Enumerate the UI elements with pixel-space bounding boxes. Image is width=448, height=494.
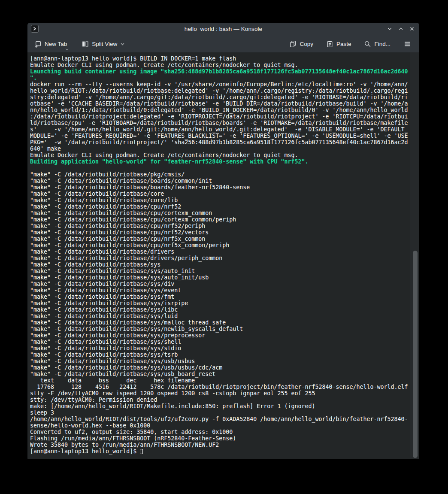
window-title: hello_world : bash — Konsole — [27, 26, 419, 32]
copy-icon — [289, 40, 297, 48]
terminal-line: "make" -C /data/riotbuild/riotbase/sys/f… — [30, 294, 409, 300]
chevron-up-icon — [398, 26, 404, 32]
terminal-line: "make" -C /data/riotbuild/riotbase/sys/m… — [30, 319, 409, 326]
terminal-line: PKG=' -w '/data/riotbuild/riotproject/' … — [30, 139, 409, 145]
view-split-icon — [82, 40, 89, 48]
terminal-line: "make" -C /data/riotbuild/riotbase/sys/i… — [30, 300, 409, 306]
terminal-line: "make" -C /data/riotbuild/riotbase/sys — [30, 261, 409, 268]
find-button[interactable]: Find... — [362, 39, 392, 48]
terminal-line: Building application "hello-world" for "… — [30, 158, 409, 165]
terminal-line: "make" -C /data/riotbuild/riotbase/sys/s… — [30, 345, 409, 352]
chevron-down-icon — [387, 26, 393, 32]
terminal-line: "make" -C /data/riotbuild/riotbase/sys/a… — [30, 274, 409, 281]
terminal-line: s' -v '/home/ann/hello_world/.git:/home/… — [30, 126, 409, 133]
terminal-line: "make" -C /data/riotbuild/riotbase/sys/u… — [30, 364, 409, 371]
toolbar-right-group: Copy Paste Find... — [288, 39, 413, 48]
paste-label: Paste — [336, 41, 351, 47]
terminal-line: Wrote 35840 bytes to /run/media/ann/FTHR… — [30, 442, 409, 448]
terminal-line: Converted to uf2, output size: 35840, st… — [30, 429, 409, 435]
terminal-line: ld/riotbase/cpu' -e 'RIOTBOARD=/data/rio… — [30, 120, 409, 126]
close-button[interactable] — [408, 25, 416, 33]
terminal-line: Launching build container using image "s… — [30, 68, 409, 75]
terminal-cursor — [140, 449, 143, 454]
copy-button[interactable]: Copy — [288, 39, 315, 48]
terminal-line: ". — [30, 75, 409, 81]
paste-clipboard-icon — [326, 40, 333, 48]
terminal-line: 17768 128 4516 22412 578c /data/riotbuil… — [30, 384, 409, 390]
terminal-line: "make" -C /data/riotbuild/riotbase/sys/s… — [30, 339, 409, 345]
terminal-line: "make" -C /data/riotbuild/riotbase/board… — [30, 178, 409, 184]
copy-label: Copy — [300, 41, 313, 47]
terminal-line: docker run --rm --tty --userns keep-id -… — [30, 81, 409, 88]
split-view-label: Split View — [92, 41, 117, 47]
terminal-line: sense/hello-world.hex --base 0x1000 — [30, 422, 409, 429]
terminal-line: "make" -C /data/riotbuild/riotbase/cpu/c… — [30, 216, 409, 223]
terminal-line: "make" -C /data/riotbuild/riotbase/sys/p… — [30, 332, 409, 339]
terminal-line: "make" -C /data/riotbuild/riotbase/drive… — [30, 255, 409, 261]
terminal-line: "make" -C /data/riotbuild/riotbase/core — [30, 191, 409, 197]
toolbar: New Tab Split View — [27, 35, 419, 52]
terminal-prompt-icon — [32, 26, 37, 31]
terminal-line: otbase' -e 'CCACHE_BASEDIR=/data/riotbui… — [30, 100, 409, 107]
terminal-line: MODULE=' -e 'FEATURES_REQUIRED=' -e 'FEA… — [30, 133, 409, 139]
terminal-line: :/data/riotbuild/riotproject:delegated' … — [30, 113, 409, 120]
terminal-line: "make" -C /data/riotbuild/riotbase/board… — [30, 184, 409, 191]
terminal-line — [30, 165, 409, 171]
terminal-line: "make" -C /data/riotbuild/riotbase/sys/e… — [30, 287, 409, 294]
scrollbar-thumb[interactable] — [413, 251, 418, 458]
toolbar-left-group: New Tab Split View — [33, 39, 127, 48]
terminal-line: "make" -C /data/riotbuild/riotbase/core/… — [30, 197, 409, 203]
terminal-line: Emulate Docker CLI using podman. Create … — [30, 62, 409, 68]
konsole-app-icon[interactable] — [31, 25, 39, 33]
menu-button[interactable] — [402, 39, 413, 48]
scrollbar-track[interactable] — [410, 52, 419, 459]
terminal-line: "make" -C /data/riotbuild/riotbase/sys/d… — [30, 281, 409, 287]
terminal-line: "make" -C /data/riotbuild/riotbase/cpu/n… — [30, 223, 409, 229]
terminal-line: [ann@ann-laptop13 hello_world]$ BUILD_IN… — [30, 55, 409, 62]
terminal-line: /home/ann/hello_world/RIOT/dist/tools/uf… — [30, 416, 409, 422]
terminal-line: [ann@ann-laptop13 hello_world]$ — [30, 448, 409, 455]
titlebar[interactable]: hello_world : bash — Konsole — [27, 23, 419, 35]
terminal-line: 640' make — [30, 145, 409, 152]
paste-button[interactable]: Paste — [324, 39, 353, 48]
maximize-button[interactable] — [397, 25, 405, 33]
terminal-line: text data bss dec hex filename — [30, 377, 409, 384]
terminal-line: "make" -C /data/riotbuild/riotbase/sys/a… — [30, 268, 409, 274]
hamburger-menu-icon — [403, 40, 412, 48]
terminal-line: "make" -C /data/riotbuild/riotbase/sys/u… — [30, 358, 409, 364]
chevron-down-icon — [120, 42, 125, 46]
terminal-line: "make" -C /data/riotbuild/riotbase/cpu/c… — [30, 210, 409, 216]
new-tab-button[interactable]: New Tab — [33, 39, 69, 48]
terminal-line: "make" -C /data/riotbuild/riotbase/cpu/n… — [30, 203, 409, 210]
find-label: Find... — [374, 41, 390, 47]
tab-new-icon — [34, 40, 42, 48]
terminal-line: stty: /dev/ttyACM0: Permission denied — [30, 397, 409, 403]
terminal-line: "make" -C /data/riotbuild/riotbase/sys/n… — [30, 326, 409, 332]
konsole-window: hello_world : bash — Konsole — [27, 23, 419, 459]
terminal-line: Flashing /run/media/ann/FTHRSNSBOOT (nRF… — [30, 435, 409, 442]
terminal-line: make: [/home/ann/hello_world/RIOT/Makefi… — [30, 403, 409, 409]
terminal-line: "make" -C /data/riotbuild/riotbase/sys/t… — [30, 352, 409, 358]
minimize-button[interactable] — [386, 25, 394, 33]
new-tab-label: New Tab — [45, 41, 67, 47]
terminal-line: Emulate Docker CLI using podman. Create … — [30, 152, 409, 158]
search-icon — [364, 40, 371, 48]
terminal-line: hello_world/RIOT:/data/riotbuild/riotbas… — [30, 88, 409, 94]
terminal-line: "make" -C /data/riotbuild/riotbase/cpu/n… — [30, 242, 409, 249]
split-view-button[interactable]: Split View — [80, 39, 127, 48]
terminal-output: [ann@ann-laptop13 hello_world]$ BUILD_IN… — [30, 55, 409, 459]
terminal-viewport[interactable]: [ann@ann-laptop13 hello_world]$ BUILD_IN… — [27, 52, 419, 459]
terminal-line: "make" -C /data/riotbuild/riotbase/cpu/n… — [30, 229, 409, 236]
terminal-line: "make" -C /data/riotbuild/riotbase/drive… — [30, 249, 409, 255]
window-controls — [386, 23, 416, 35]
terminal-line: "make" -C /data/riotbuild/riotbase/cpu/n… — [30, 236, 409, 242]
terminal-line: "make" -C /data/riotbuild/riotbase/pkg/c… — [30, 171, 409, 178]
chevron-down-icon — [65, 48, 69, 51]
terminal-line: "make" -C /data/riotbuild/riotbase/sys/l… — [30, 313, 409, 319]
x-icon — [409, 26, 415, 32]
terminal-line: "make" -C /data/riotbuild/riotbase/sys/l… — [30, 306, 409, 313]
terminal-line: nn/hello_world/1:/data/riotbuild/0:deleg… — [30, 107, 409, 113]
terminal-line: sleep 3 — [30, 409, 409, 416]
terminal-line: stty -F /dev/ttyACM0 raw ispeed 1200 osp… — [30, 390, 409, 397]
terminal-line: "make" -C /data/riotbuild/riotbase/sys/u… — [30, 371, 409, 377]
